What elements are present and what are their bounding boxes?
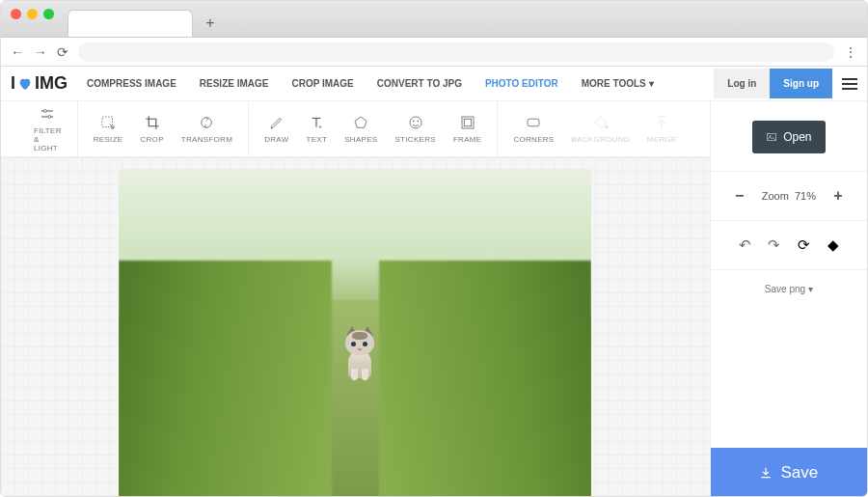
download-icon [759, 466, 773, 480]
save-format-dropdown[interactable]: Save png ▾ [724, 270, 854, 308]
frame-icon [459, 114, 476, 131]
tool-text[interactable]: + TEXT [307, 114, 328, 144]
minimize-window-icon[interactable] [27, 9, 38, 19]
svg-point-5 [410, 117, 421, 128]
zoom-out-button[interactable]: − [730, 187, 749, 205]
crop-icon [144, 114, 161, 131]
zoom-control: − Zoom 71% + [724, 172, 854, 220]
layers-button[interactable]: ◆ [827, 236, 839, 254]
svg-point-6 [413, 121, 415, 123]
hamburger-menu-icon[interactable] [842, 75, 857, 93]
chevron-down-icon: ▾ [649, 78, 654, 89]
merge-icon [653, 114, 670, 131]
url-bar: ← → ⟳ ⋮ [1, 38, 867, 67]
nav-convert[interactable]: CONVERT TO JPG [377, 78, 462, 89]
nav-compress[interactable]: COMPRESS IMAGE [87, 78, 176, 89]
browser-chrome: + [1, 1, 867, 38]
editor-toolbar: FILTER & LIGHT RESIZE CROP TRANSFORM [1, 101, 710, 157]
tool-crop[interactable]: CROP [140, 114, 163, 144]
kitten-illustration [337, 326, 383, 380]
svg-rect-8 [462, 117, 474, 128]
redo-button[interactable]: ↷ [768, 236, 780, 254]
nav-more-tools[interactable]: MORE TOOLS▾ [582, 78, 654, 89]
rounded-rect-icon [525, 114, 542, 131]
canvas-image[interactable] [119, 169, 591, 497]
address-input[interactable] [78, 42, 834, 62]
svg-rect-10 [528, 119, 539, 126]
tool-filter-light[interactable]: FILTER & LIGHT [34, 105, 62, 152]
login-button[interactable]: Log in [714, 69, 770, 98]
tool-draw[interactable]: DRAW [264, 114, 288, 144]
resize-icon [99, 114, 117, 131]
back-button[interactable]: ← [11, 44, 24, 60]
nav-crop[interactable]: CROP IMAGE [292, 78, 354, 89]
transform-icon [198, 114, 215, 131]
auth-buttons: Log in Sign up [714, 69, 857, 98]
new-tab-button[interactable]: + [201, 14, 220, 33]
tool-background: BACKGROUND [571, 114, 629, 144]
close-window-icon[interactable] [11, 9, 21, 19]
forward-button[interactable]: → [34, 44, 47, 60]
tool-merge: MERGE [647, 114, 677, 144]
canvas-area[interactable] [1, 157, 710, 497]
smiley-icon [407, 114, 424, 131]
svg-point-1 [48, 116, 51, 119]
logo[interactable]: I IMG [11, 73, 68, 94]
workspace: FILTER & LIGHT RESIZE CROP TRANSFORM [1, 101, 867, 497]
undo-button[interactable]: ↶ [739, 236, 751, 254]
nav-photo-editor[interactable]: PHOTO EDITOR [485, 78, 558, 89]
chevron-down-icon: ▾ [808, 284, 813, 294]
history-button[interactable]: ⟳ [798, 236, 810, 254]
browser-tab[interactable] [68, 10, 193, 37]
zoom-label: Zoom 71% [762, 190, 816, 202]
browser-menu-icon[interactable]: ⋮ [844, 44, 857, 60]
sliders-icon [39, 105, 56, 123]
signup-button[interactable]: Sign up [770, 69, 832, 98]
tool-stickers[interactable]: STICKERS [394, 114, 435, 144]
nav-resize[interactable]: RESIZE IMAGE [200, 78, 269, 89]
tool-corners[interactable]: CORNERS [513, 114, 554, 144]
logo-text-post: IMG [35, 73, 68, 94]
svg-point-3 [202, 118, 212, 128]
open-button[interactable]: Open [752, 121, 826, 153]
tool-transform[interactable]: TRANSFORM [181, 114, 232, 144]
tool-resize[interactable]: RESIZE [94, 114, 123, 144]
pentagon-icon [352, 114, 369, 131]
text-icon: + [308, 114, 325, 131]
logo-text-pre: I [11, 73, 15, 94]
svg-text:+: + [319, 124, 323, 129]
tool-shapes[interactable]: SHAPES [344, 114, 377, 144]
svg-rect-9 [464, 119, 472, 126]
image-icon [766, 131, 777, 143]
svg-point-7 [417, 121, 419, 123]
tool-frame[interactable]: FRAME [453, 114, 482, 144]
save-button[interactable]: Save [711, 448, 867, 497]
site-header: I IMG COMPRESS IMAGE RESIZE IMAGE CROP I… [1, 67, 867, 101]
history-row: ↶ ↷ ⟳ ◆ [724, 221, 854, 269]
zoom-in-button[interactable]: + [828, 187, 848, 205]
heart-icon [17, 76, 33, 92]
maximize-window-icon[interactable] [43, 9, 54, 19]
nav-links: COMPRESS IMAGE RESIZE IMAGE CROP IMAGE C… [87, 78, 714, 89]
reload-button[interactable]: ⟳ [57, 44, 68, 60]
paint-bucket-icon [592, 114, 610, 131]
pencil-icon [268, 114, 285, 131]
svg-point-11 [605, 125, 608, 128]
window-controls [1, 1, 64, 41]
svg-point-13 [770, 135, 772, 137]
right-panel: Open − Zoom 71% + ↶ ↷ ⟳ ◆ Save png ▾ Sav… [710, 101, 867, 497]
svg-point-0 [44, 110, 47, 113]
editor-area: FILTER & LIGHT RESIZE CROP TRANSFORM [1, 101, 710, 497]
